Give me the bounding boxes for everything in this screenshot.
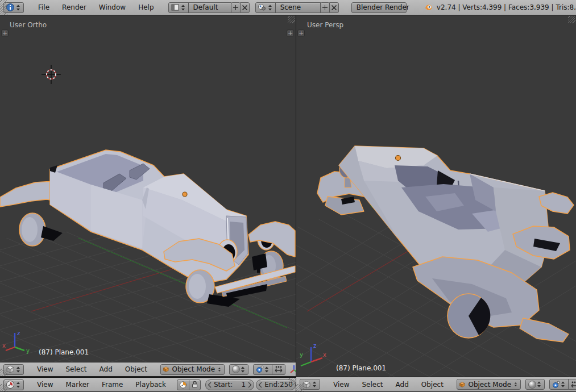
viewport-shading-dropdown[interactable] xyxy=(229,364,248,375)
dropdown-arrows-icon xyxy=(264,366,269,373)
menu-frame[interactable]: Frame xyxy=(96,381,129,389)
dropdown-arrows-icon xyxy=(181,4,185,11)
screen-layout-icon xyxy=(171,3,180,12)
screen-layout-name-field[interactable]: Default xyxy=(188,2,231,13)
menu-playback[interactable]: Playback xyxy=(129,381,172,389)
pivot-point-icon xyxy=(255,365,264,374)
view3d-header-left: View Select Add Object Object Mode xyxy=(0,362,296,377)
info-header: File Render Window Help Default xyxy=(0,0,576,15)
corner-grip[interactable] xyxy=(296,384,304,391)
menu-add[interactable]: Add xyxy=(93,365,119,373)
expand-region-tab[interactable]: + xyxy=(297,30,305,37)
decrement-arrow-icon xyxy=(208,382,212,388)
shading-sphere-icon xyxy=(528,380,537,389)
dropdown-arrows-icon xyxy=(16,4,20,11)
right-scene[interactable]: x y z xyxy=(296,15,576,377)
manipulator-axis-toggle[interactable] xyxy=(289,364,296,375)
blender-window: File Render Window Help Default xyxy=(0,0,576,392)
fender-tail xyxy=(520,318,569,342)
dropdown-arrows-icon xyxy=(16,381,20,389)
shading-sphere-icon xyxy=(231,365,241,374)
menu-render[interactable]: Render xyxy=(56,3,93,11)
mode-dropdown[interactable]: Object Mode xyxy=(160,364,225,375)
manipulate-center-points-toggle[interactable] xyxy=(568,379,576,390)
screen-layout-button[interactable] xyxy=(168,2,189,13)
view-name-label: User Persp xyxy=(307,21,343,29)
frame-start-field[interactable]: Start: 1 xyxy=(205,380,254,390)
corner-grip[interactable] xyxy=(0,369,7,376)
menu-add[interactable]: Add xyxy=(389,381,415,389)
corner-grip[interactable] xyxy=(0,7,7,15)
dropdown-arrows-icon xyxy=(218,366,221,373)
add-scene-button[interactable] xyxy=(320,2,330,13)
render-engine-dropdown[interactable]: Blender Render xyxy=(351,2,407,13)
expand-region-tab[interactable]: + xyxy=(287,30,294,37)
object-mode-cube-icon xyxy=(163,365,169,374)
mode-dropdown[interactable]: Object Mode xyxy=(457,379,521,390)
corner-grip[interactable] xyxy=(568,16,575,23)
add-layout-button[interactable] xyxy=(231,2,241,13)
menu-marker[interactable]: Marker xyxy=(59,381,95,389)
active-object-label: (87) Plane.001 xyxy=(336,364,386,372)
menu-view[interactable]: View xyxy=(31,381,59,389)
close-icon xyxy=(331,5,337,10)
dropdown-arrows-icon xyxy=(16,366,20,373)
menu-help[interactable]: Help xyxy=(132,3,160,11)
car-model[interactable] xyxy=(0,150,295,307)
menu-view[interactable]: View xyxy=(327,381,355,389)
viewport-shading-dropdown[interactable] xyxy=(525,379,545,390)
menu-select[interactable]: Select xyxy=(355,381,389,389)
decrement-arrow-icon xyxy=(258,382,262,388)
grid-axis-x-line xyxy=(31,262,196,311)
object-mode-cube-icon xyxy=(459,380,466,389)
lock-time-toggle[interactable] xyxy=(189,380,201,390)
pivot-point-dropdown[interactable] xyxy=(253,364,272,375)
3d-cursor-icon[interactable] xyxy=(42,65,61,84)
timeline-header: View Marker Frame Playback Start: xyxy=(0,377,296,392)
plus-icon xyxy=(233,5,238,10)
dropdown-arrows-icon xyxy=(514,381,517,388)
svg-text:y: y xyxy=(26,348,30,354)
expand-region-tab[interactable]: + xyxy=(1,30,9,37)
center-points-icon xyxy=(570,380,576,389)
blender-logo-icon xyxy=(425,3,432,12)
pivot-point-icon xyxy=(552,380,561,389)
viewport-right: x y z User Persp (87) Plane.001 + View xyxy=(296,15,576,392)
menu-file[interactable]: File xyxy=(32,3,56,11)
scene-name-field[interactable]: Scene xyxy=(275,2,321,13)
menu-object[interactable]: Object xyxy=(119,365,154,373)
manipulate-center-points-toggle[interactable] xyxy=(272,364,285,375)
menu-window[interactable]: Window xyxy=(93,3,132,11)
object-origin-dot xyxy=(183,192,187,197)
lock-icon xyxy=(191,381,198,389)
svg-text:y: y xyxy=(300,352,303,358)
time-cursor-toggle[interactable] xyxy=(177,380,189,390)
left-scene[interactable]: x y z xyxy=(0,15,296,362)
scene-select-button[interactable] xyxy=(255,2,276,13)
manipulator-axes-icon xyxy=(289,365,296,374)
delete-layout-button[interactable] xyxy=(240,2,250,13)
delete-scene-button[interactable] xyxy=(329,2,339,13)
object-origin-dot xyxy=(396,156,401,161)
corner-grip[interactable] xyxy=(288,378,296,385)
increment-arrow-icon xyxy=(248,382,252,388)
dropdown-arrows-icon xyxy=(268,4,272,11)
dropdown-arrows-icon xyxy=(537,381,541,388)
dropdown-arrows-icon xyxy=(312,381,317,388)
scene-icon xyxy=(258,3,267,12)
menu-select[interactable]: Select xyxy=(59,365,93,373)
dropdown-arrows-icon xyxy=(561,381,565,388)
corner-grip[interactable] xyxy=(288,16,295,23)
corner-grip[interactable] xyxy=(0,0,7,7)
plus-icon xyxy=(322,5,328,10)
car-model[interactable] xyxy=(317,146,574,342)
svg-text:x: x xyxy=(323,352,326,358)
menu-view[interactable]: View xyxy=(31,365,59,373)
svg-text:z: z xyxy=(17,330,20,336)
svg-text:z: z xyxy=(313,343,316,349)
corner-grip[interactable] xyxy=(0,384,7,391)
pivot-point-dropdown[interactable] xyxy=(549,379,569,390)
close-icon xyxy=(242,5,247,10)
menu-object[interactable]: Object xyxy=(415,381,450,389)
view3d-header-right: View Select Add Object Object Mode xyxy=(296,377,576,392)
